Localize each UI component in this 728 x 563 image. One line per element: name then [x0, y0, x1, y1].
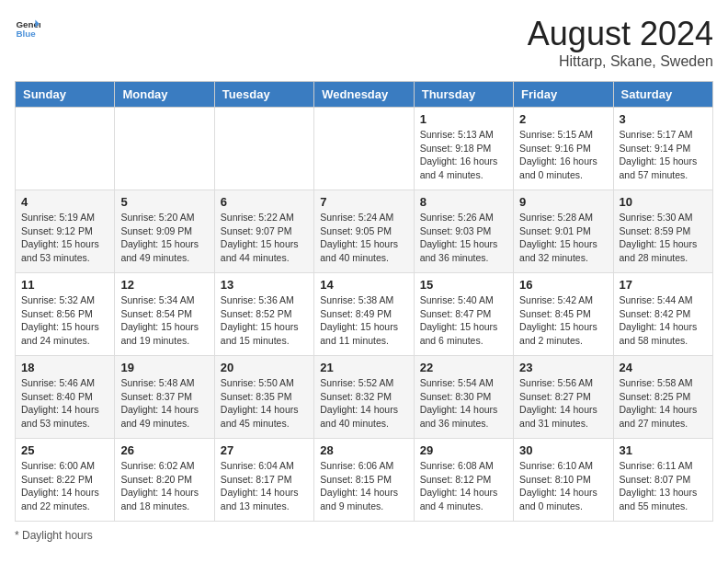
day-header-tuesday: Tuesday: [214, 82, 313, 108]
day-info: Sunrise: 5:50 AM Sunset: 8:35 PM Dayligh…: [221, 376, 308, 431]
day-info: Sunrise: 5:48 AM Sunset: 8:37 PM Dayligh…: [120, 376, 208, 431]
calendar-cell: 11Sunrise: 5:32 AM Sunset: 8:56 PM Dayli…: [16, 273, 115, 356]
day-info: Sunrise: 5:56 AM Sunset: 8:27 PM Dayligh…: [519, 376, 607, 431]
day-info: Sunrise: 5:52 AM Sunset: 8:32 PM Dayligh…: [320, 376, 407, 431]
week-row-1: 1Sunrise: 5:13 AM Sunset: 9:18 PM Daylig…: [16, 108, 713, 190]
day-header-thursday: Thursday: [414, 82, 513, 108]
calendar-cell: 3Sunrise: 5:17 AM Sunset: 9:14 PM Daylig…: [613, 108, 712, 190]
day-header-sunday: Sunday: [16, 82, 115, 108]
week-row-5: 25Sunrise: 6:00 AM Sunset: 8:22 PM Dayli…: [16, 439, 713, 522]
calendar-cell: 15Sunrise: 5:40 AM Sunset: 8:47 PM Dayli…: [414, 273, 513, 356]
day-info: Sunrise: 5:44 AM Sunset: 8:42 PM Dayligh…: [620, 293, 707, 348]
day-number: 4: [21, 195, 108, 209]
calendar-cell: 14Sunrise: 5:38 AM Sunset: 8:49 PM Dayli…: [314, 273, 414, 356]
day-number: 25: [21, 443, 108, 457]
day-info: Sunrise: 6:10 AM Sunset: 8:10 PM Dayligh…: [519, 459, 607, 513]
calendar-cell: [16, 108, 115, 190]
title-area: August 2024 Hittarp, Skane, Sweden: [528, 15, 713, 70]
day-number: 10: [620, 195, 707, 209]
day-number: 29: [420, 443, 507, 457]
header: General Blue August 2024 Hittarp, Skane,…: [15, 15, 713, 70]
day-info: Sunrise: 5:36 AM Sunset: 8:52 PM Dayligh…: [221, 293, 308, 348]
day-info: Sunrise: 5:20 AM Sunset: 9:09 PM Dayligh…: [120, 211, 208, 265]
day-info: Sunrise: 6:11 AM Sunset: 8:07 PM Dayligh…: [620, 459, 707, 513]
calendar-cell: 6Sunrise: 5:22 AM Sunset: 9:07 PM Daylig…: [214, 190, 313, 273]
calendar-cell: [115, 108, 214, 190]
day-info: Sunrise: 5:19 AM Sunset: 9:12 PM Dayligh…: [21, 211, 108, 265]
day-info: Sunrise: 5:22 AM Sunset: 9:07 PM Dayligh…: [221, 211, 308, 265]
calendar-cell: 31Sunrise: 6:11 AM Sunset: 8:07 PM Dayli…: [613, 439, 712, 522]
week-row-2: 4Sunrise: 5:19 AM Sunset: 9:12 PM Daylig…: [16, 190, 713, 273]
day-header-friday: Friday: [514, 82, 613, 108]
day-number: 27: [221, 443, 308, 457]
svg-text:Blue: Blue: [16, 29, 36, 39]
day-info: Sunrise: 6:04 AM Sunset: 8:17 PM Dayligh…: [221, 459, 308, 513]
calendar-cell: 16Sunrise: 5:42 AM Sunset: 8:45 PM Dayli…: [514, 273, 613, 356]
day-info: Sunrise: 5:34 AM Sunset: 8:54 PM Dayligh…: [120, 293, 208, 348]
calendar-cell: 13Sunrise: 5:36 AM Sunset: 8:52 PM Dayli…: [214, 273, 313, 356]
calendar-cell: 28Sunrise: 6:06 AM Sunset: 8:15 PM Dayli…: [314, 439, 414, 522]
day-number: 23: [519, 361, 607, 374]
day-info: Sunrise: 5:17 AM Sunset: 9:14 PM Dayligh…: [620, 128, 707, 182]
calendar-cell: 4Sunrise: 5:19 AM Sunset: 9:12 PM Daylig…: [16, 190, 115, 273]
day-number: 13: [221, 278, 308, 292]
calendar-cell: 12Sunrise: 5:34 AM Sunset: 8:54 PM Dayli…: [115, 273, 214, 356]
day-info: Sunrise: 5:24 AM Sunset: 9:05 PM Dayligh…: [320, 211, 407, 265]
calendar-cell: 18Sunrise: 5:46 AM Sunset: 8:40 PM Dayli…: [16, 356, 115, 439]
day-info: Sunrise: 5:42 AM Sunset: 8:45 PM Dayligh…: [519, 293, 607, 348]
calendar-table: SundayMondayTuesdayWednesdayThursdayFrid…: [15, 81, 713, 522]
day-info: Sunrise: 5:46 AM Sunset: 8:40 PM Dayligh…: [21, 376, 108, 431]
calendar-cell: 5Sunrise: 5:20 AM Sunset: 9:09 PM Daylig…: [115, 190, 214, 273]
subtitle: Hittarp, Skane, Sweden: [528, 53, 713, 70]
day-number: 8: [420, 195, 507, 209]
day-info: Sunrise: 5:28 AM Sunset: 9:01 PM Dayligh…: [519, 211, 607, 265]
day-info: Sunrise: 6:02 AM Sunset: 8:20 PM Dayligh…: [120, 459, 208, 513]
day-info: Sunrise: 5:40 AM Sunset: 8:47 PM Dayligh…: [420, 293, 507, 348]
calendar-cell: 19Sunrise: 5:48 AM Sunset: 8:37 PM Dayli…: [115, 356, 214, 439]
day-number: 28: [320, 443, 407, 457]
week-row-3: 11Sunrise: 5:32 AM Sunset: 8:56 PM Dayli…: [16, 273, 713, 356]
logo: General Blue: [15, 15, 40, 40]
calendar-cell: 7Sunrise: 5:24 AM Sunset: 9:05 PM Daylig…: [314, 190, 414, 273]
day-info: Sunrise: 5:58 AM Sunset: 8:25 PM Dayligh…: [620, 376, 707, 431]
day-number: 14: [320, 278, 407, 292]
day-info: Sunrise: 5:26 AM Sunset: 9:03 PM Dayligh…: [420, 211, 507, 265]
calendar-cell: 8Sunrise: 5:26 AM Sunset: 9:03 PM Daylig…: [414, 190, 513, 273]
calendar-cell: 29Sunrise: 6:08 AM Sunset: 8:12 PM Dayli…: [414, 439, 513, 522]
calendar-cell: 23Sunrise: 5:56 AM Sunset: 8:27 PM Dayli…: [514, 356, 613, 439]
calendar-cell: [314, 108, 414, 190]
day-number: 1: [420, 112, 507, 126]
calendar-cell: 22Sunrise: 5:54 AM Sunset: 8:30 PM Dayli…: [414, 356, 513, 439]
calendar-cell: 20Sunrise: 5:50 AM Sunset: 8:35 PM Dayli…: [214, 356, 313, 439]
footer-note: * Daylight hours: [15, 529, 713, 542]
day-number: 16: [519, 278, 607, 292]
day-number: 19: [120, 361, 208, 374]
day-number: 12: [120, 278, 208, 292]
calendar-cell: 27Sunrise: 6:04 AM Sunset: 8:17 PM Dayli…: [214, 439, 313, 522]
calendar-cell: [214, 108, 313, 190]
day-number: 3: [620, 112, 707, 126]
day-info: Sunrise: 5:54 AM Sunset: 8:30 PM Dayligh…: [420, 376, 507, 431]
main-title: August 2024: [528, 15, 713, 53]
day-number: 21: [320, 361, 407, 374]
calendar-cell: 30Sunrise: 6:10 AM Sunset: 8:10 PM Dayli…: [514, 439, 613, 522]
day-number: 31: [620, 443, 707, 457]
day-info: Sunrise: 6:06 AM Sunset: 8:15 PM Dayligh…: [320, 459, 407, 513]
calendar-cell: 25Sunrise: 6:00 AM Sunset: 8:22 PM Dayli…: [16, 439, 115, 522]
day-info: Sunrise: 6:00 AM Sunset: 8:22 PM Dayligh…: [21, 459, 108, 513]
calendar-cell: 9Sunrise: 5:28 AM Sunset: 9:01 PM Daylig…: [514, 190, 613, 273]
day-number: 5: [120, 195, 208, 209]
day-info: Sunrise: 6:08 AM Sunset: 8:12 PM Dayligh…: [420, 459, 507, 513]
day-number: 22: [420, 361, 507, 374]
calendar-cell: 10Sunrise: 5:30 AM Sunset: 8:59 PM Dayli…: [613, 190, 712, 273]
day-header-saturday: Saturday: [613, 82, 712, 108]
day-number: 6: [221, 195, 308, 209]
calendar-cell: 1Sunrise: 5:13 AM Sunset: 9:18 PM Daylig…: [414, 108, 513, 190]
day-number: 24: [620, 361, 707, 374]
day-number: 11: [21, 278, 108, 292]
calendar-cell: 17Sunrise: 5:44 AM Sunset: 8:42 PM Dayli…: [613, 273, 712, 356]
day-info: Sunrise: 5:15 AM Sunset: 9:16 PM Dayligh…: [519, 128, 607, 182]
day-info: Sunrise: 5:13 AM Sunset: 9:18 PM Dayligh…: [420, 128, 507, 182]
day-number: 15: [420, 278, 507, 292]
day-number: 17: [620, 278, 707, 292]
